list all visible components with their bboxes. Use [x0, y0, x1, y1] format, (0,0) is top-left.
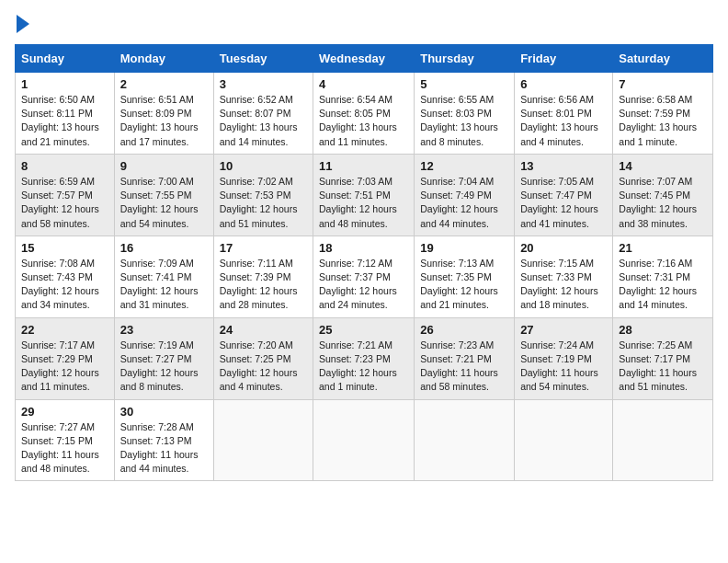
calendar-header-friday: Friday — [515, 45, 613, 73]
day-number: 12 — [420, 159, 508, 173]
calendar-cell — [313, 399, 415, 481]
day-info: Sunrise: 7:16 AMSunset: 7:31 PMDaylight:… — [619, 257, 707, 313]
calendar-cell: 29Sunrise: 7:27 AMSunset: 7:15 PMDayligh… — [16, 399, 115, 481]
calendar-header-saturday: Saturday — [613, 45, 713, 73]
day-number: 6 — [520, 77, 607, 91]
calendar-header-sunday: Sunday — [16, 45, 115, 73]
day-info: Sunrise: 7:21 AMSunset: 7:23 PMDaylight:… — [319, 339, 408, 395]
calendar-week-row: 1Sunrise: 6:50 AMSunset: 8:11 PMDaylight… — [16, 73, 713, 155]
calendar-cell: 4Sunrise: 6:54 AMSunset: 8:05 PMDaylight… — [313, 73, 415, 155]
day-info: Sunrise: 7:19 AMSunset: 7:27 PMDaylight:… — [120, 339, 208, 395]
page-header — [15, 15, 713, 33]
calendar-cell: 19Sunrise: 7:13 AMSunset: 7:35 PMDayligh… — [415, 236, 515, 317]
calendar-header-thursday: Thursday — [415, 45, 515, 73]
logo-arrow-icon — [17, 15, 29, 33]
logo — [15, 15, 29, 33]
calendar-cell: 8Sunrise: 6:59 AMSunset: 7:57 PMDaylight… — [16, 154, 115, 236]
day-number: 8 — [21, 159, 108, 173]
day-info: Sunrise: 6:52 AMSunset: 8:07 PMDaylight:… — [220, 93, 307, 149]
day-number: 26 — [420, 323, 508, 337]
calendar-cell: 11Sunrise: 7:03 AMSunset: 7:51 PMDayligh… — [313, 154, 415, 236]
calendar-cell — [415, 399, 515, 481]
calendar-cell — [213, 399, 313, 481]
day-number: 23 — [120, 323, 208, 337]
calendar-cell: 22Sunrise: 7:17 AMSunset: 7:29 PMDayligh… — [16, 317, 115, 399]
day-info: Sunrise: 7:24 AMSunset: 7:19 PMDaylight:… — [520, 339, 607, 395]
calendar-cell: 26Sunrise: 7:23 AMSunset: 7:21 PMDayligh… — [415, 317, 515, 399]
calendar-cell: 20Sunrise: 7:15 AMSunset: 7:33 PMDayligh… — [515, 236, 613, 317]
calendar-cell: 28Sunrise: 7:25 AMSunset: 7:17 PMDayligh… — [613, 317, 713, 399]
calendar-cell: 9Sunrise: 7:00 AMSunset: 7:55 PMDaylight… — [114, 154, 213, 236]
day-info: Sunrise: 7:20 AMSunset: 7:25 PMDaylight:… — [220, 339, 307, 395]
day-number: 9 — [120, 159, 208, 173]
day-number: 25 — [319, 323, 408, 337]
day-info: Sunrise: 6:59 AMSunset: 7:57 PMDaylight:… — [21, 175, 108, 231]
calendar-cell: 12Sunrise: 7:04 AMSunset: 7:49 PMDayligh… — [415, 154, 515, 236]
calendar-cell: 14Sunrise: 7:07 AMSunset: 7:45 PMDayligh… — [613, 154, 713, 236]
day-number: 13 — [520, 159, 607, 173]
calendar-header-row: SundayMondayTuesdayWednesdayThursdayFrid… — [16, 45, 713, 73]
day-info: Sunrise: 7:27 AMSunset: 7:15 PMDaylight:… — [21, 420, 108, 477]
calendar-cell: 18Sunrise: 7:12 AMSunset: 7:37 PMDayligh… — [313, 236, 415, 317]
day-info: Sunrise: 7:15 AMSunset: 7:33 PMDaylight:… — [520, 257, 607, 313]
calendar-cell: 6Sunrise: 6:56 AMSunset: 8:01 PMDaylight… — [515, 73, 613, 155]
day-number: 11 — [319, 159, 408, 173]
day-number: 30 — [120, 405, 208, 419]
day-number: 7 — [619, 77, 707, 91]
day-info: Sunrise: 7:13 AMSunset: 7:35 PMDaylight:… — [420, 257, 508, 313]
calendar-cell: 13Sunrise: 7:05 AMSunset: 7:47 PMDayligh… — [515, 154, 613, 236]
day-info: Sunrise: 6:56 AMSunset: 8:01 PMDaylight:… — [520, 93, 607, 149]
day-number: 3 — [220, 77, 307, 91]
day-info: Sunrise: 7:04 AMSunset: 7:49 PMDaylight:… — [420, 175, 508, 231]
day-number: 21 — [619, 241, 707, 255]
day-number: 16 — [120, 241, 208, 255]
day-info: Sunrise: 7:05 AMSunset: 7:47 PMDaylight:… — [520, 175, 607, 231]
day-info: Sunrise: 7:23 AMSunset: 7:21 PMDaylight:… — [420, 339, 508, 395]
calendar-cell: 10Sunrise: 7:02 AMSunset: 7:53 PMDayligh… — [213, 154, 313, 236]
calendar-table: SundayMondayTuesdayWednesdayThursdayFrid… — [15, 44, 713, 481]
day-number: 24 — [220, 323, 307, 337]
calendar-week-row: 8Sunrise: 6:59 AMSunset: 7:57 PMDaylight… — [16, 154, 713, 236]
day-info: Sunrise: 6:51 AMSunset: 8:09 PMDaylight:… — [120, 93, 208, 149]
day-number: 18 — [319, 241, 408, 255]
day-info: Sunrise: 7:12 AMSunset: 7:37 PMDaylight:… — [319, 257, 408, 313]
day-number: 27 — [520, 323, 607, 337]
day-number: 15 — [21, 241, 108, 255]
day-info: Sunrise: 7:02 AMSunset: 7:53 PMDaylight:… — [220, 175, 307, 231]
calendar-week-row: 29Sunrise: 7:27 AMSunset: 7:15 PMDayligh… — [16, 399, 713, 481]
calendar-cell: 23Sunrise: 7:19 AMSunset: 7:27 PMDayligh… — [114, 317, 213, 399]
day-number: 4 — [319, 77, 408, 91]
calendar-cell — [613, 399, 713, 481]
calendar-header-monday: Monday — [114, 45, 213, 73]
day-info: Sunrise: 7:07 AMSunset: 7:45 PMDaylight:… — [619, 175, 707, 231]
calendar-cell: 2Sunrise: 6:51 AMSunset: 8:09 PMDaylight… — [114, 73, 213, 155]
calendar-cell: 3Sunrise: 6:52 AMSunset: 8:07 PMDaylight… — [213, 73, 313, 155]
day-info: Sunrise: 6:58 AMSunset: 7:59 PMDaylight:… — [619, 93, 707, 149]
day-info: Sunrise: 6:55 AMSunset: 8:03 PMDaylight:… — [420, 93, 508, 149]
day-info: Sunrise: 7:17 AMSunset: 7:29 PMDaylight:… — [21, 339, 108, 395]
calendar-cell: 27Sunrise: 7:24 AMSunset: 7:19 PMDayligh… — [515, 317, 613, 399]
day-number: 2 — [120, 77, 208, 91]
calendar-cell — [515, 399, 613, 481]
calendar-header-wednesday: Wednesday — [313, 45, 415, 73]
calendar-cell: 24Sunrise: 7:20 AMSunset: 7:25 PMDayligh… — [213, 317, 313, 399]
day-info: Sunrise: 6:54 AMSunset: 8:05 PMDaylight:… — [319, 93, 408, 149]
calendar-cell: 15Sunrise: 7:08 AMSunset: 7:43 PMDayligh… — [16, 236, 115, 317]
day-info: Sunrise: 7:08 AMSunset: 7:43 PMDaylight:… — [21, 257, 108, 313]
day-number: 29 — [21, 405, 108, 419]
calendar-cell: 5Sunrise: 6:55 AMSunset: 8:03 PMDaylight… — [415, 73, 515, 155]
day-info: Sunrise: 7:11 AMSunset: 7:39 PMDaylight:… — [220, 257, 307, 313]
day-info: Sunrise: 7:09 AMSunset: 7:41 PMDaylight:… — [120, 257, 208, 313]
day-number: 28 — [619, 323, 707, 337]
calendar-week-row: 15Sunrise: 7:08 AMSunset: 7:43 PMDayligh… — [16, 236, 713, 317]
calendar-cell: 16Sunrise: 7:09 AMSunset: 7:41 PMDayligh… — [114, 236, 213, 317]
day-number: 10 — [220, 159, 307, 173]
calendar-cell: 21Sunrise: 7:16 AMSunset: 7:31 PMDayligh… — [613, 236, 713, 317]
calendar-cell: 30Sunrise: 7:28 AMSunset: 7:13 PMDayligh… — [114, 399, 213, 481]
calendar-cell: 17Sunrise: 7:11 AMSunset: 7:39 PMDayligh… — [213, 236, 313, 317]
day-info: Sunrise: 7:28 AMSunset: 7:13 PMDaylight:… — [120, 420, 208, 477]
calendar-cell: 7Sunrise: 6:58 AMSunset: 7:59 PMDaylight… — [613, 73, 713, 155]
calendar-cell: 1Sunrise: 6:50 AMSunset: 8:11 PMDaylight… — [16, 73, 115, 155]
day-number: 20 — [520, 241, 607, 255]
day-info: Sunrise: 7:25 AMSunset: 7:17 PMDaylight:… — [619, 339, 707, 395]
